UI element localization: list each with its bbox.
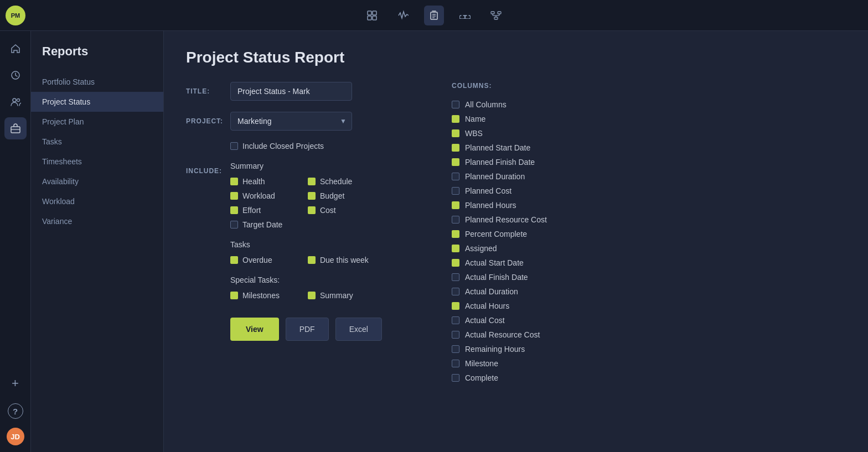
sidebar-item-tasks[interactable]: Tasks xyxy=(31,132,163,152)
wbs-checkbox[interactable] xyxy=(452,129,459,137)
col-remaining-hours: Remaining Hours xyxy=(452,342,841,356)
sidebar-item-availability[interactable]: Availability xyxy=(31,172,163,191)
planned-resource-cost-checkbox[interactable] xyxy=(452,216,459,224)
planned-cost-label: Planned Cost xyxy=(465,186,512,195)
planned-start-checkbox[interactable] xyxy=(452,144,459,152)
svg-rect-9 xyxy=(491,12,494,14)
title-input[interactable] xyxy=(230,82,352,101)
all-columns-checkbox[interactable] xyxy=(452,101,459,108)
actual-resource-cost-checkbox[interactable] xyxy=(452,331,459,339)
actual-cost-checkbox[interactable] xyxy=(452,316,459,324)
assigned-checkbox[interactable] xyxy=(452,245,459,252)
sidebar-item-project-plan[interactable]: Project Plan xyxy=(31,112,163,132)
actual-hours-checkbox[interactable] xyxy=(452,302,459,310)
due-this-week-item: Due this week xyxy=(308,256,369,264)
sidebar-title: Reports xyxy=(31,44,163,72)
sidebar-item-project-status[interactable]: Project Status xyxy=(31,92,163,112)
schedule-checkbox[interactable] xyxy=(308,178,316,185)
view-button[interactable]: View xyxy=(230,318,279,341)
include-closed-checkbox[interactable] xyxy=(230,142,238,150)
sidebar-item-variance[interactable]: Variance xyxy=(31,211,163,231)
workload-checkbox[interactable] xyxy=(230,192,238,200)
project-select[interactable]: Marketing All Projects Development Desig… xyxy=(230,112,352,131)
actual-cost-label: Actual Cost xyxy=(465,316,505,325)
search-zoom-icon[interactable] xyxy=(362,6,382,25)
overdue-checkbox[interactable] xyxy=(230,256,238,264)
waveform-icon[interactable] xyxy=(393,6,413,25)
planned-duration-checkbox[interactable] xyxy=(452,173,459,180)
actual-hours-label: Actual Hours xyxy=(465,302,509,310)
percent-complete-checkbox[interactable] xyxy=(452,230,459,238)
briefcase-nav-icon[interactable] xyxy=(4,117,27,139)
svg-point-18 xyxy=(17,99,19,102)
milestones-checkbox[interactable] xyxy=(230,292,238,299)
remaining-hours-checkbox[interactable] xyxy=(452,345,459,353)
structure-icon[interactable] xyxy=(486,6,506,25)
svg-rect-0 xyxy=(368,11,371,15)
planned-hours-checkbox[interactable] xyxy=(452,201,459,209)
col-planned-duration: Planned Duration xyxy=(452,169,841,184)
people-nav-icon[interactable] xyxy=(4,91,27,113)
col-actual-duration: Actual Duration xyxy=(452,284,841,299)
due-this-week-checkbox[interactable] xyxy=(308,256,316,264)
page-title: Project Status Report xyxy=(186,49,846,66)
budget-checkbox[interactable] xyxy=(308,192,316,200)
target-date-item: Target Date xyxy=(230,220,291,229)
sidebar-item-portfolio[interactable]: Portfolio Status xyxy=(31,72,163,92)
actual-duration-checkbox[interactable] xyxy=(452,288,459,295)
pm-logo[interactable]: PM xyxy=(6,6,25,25)
excel-button[interactable]: Excel xyxy=(335,318,382,341)
actual-finish-checkbox[interactable] xyxy=(452,273,459,281)
col-planned-start: Planned Start Date xyxy=(452,141,841,155)
columns-scroll-area[interactable]: All Columns Name WBS Planned Start Date xyxy=(452,97,846,385)
tasks-section-label: Tasks xyxy=(230,240,369,249)
planned-start-label: Planned Start Date xyxy=(465,143,530,152)
user-avatar[interactable]: JD xyxy=(7,428,24,445)
col-all-columns: All Columns xyxy=(452,97,841,112)
remaining-hours-label: Remaining Hours xyxy=(465,345,525,354)
summary-section-label: Summary xyxy=(230,162,369,170)
planned-cost-checkbox[interactable] xyxy=(452,187,459,195)
effort-checkbox[interactable] xyxy=(230,206,238,214)
sidebar-item-timesheets[interactable]: Timesheets xyxy=(31,152,163,172)
budget-label: Budget xyxy=(320,191,344,200)
schedule-item: Schedule xyxy=(308,177,369,186)
complete-label: Complete xyxy=(465,373,498,382)
svg-rect-1 xyxy=(373,11,376,15)
planned-finish-checkbox[interactable] xyxy=(452,158,459,166)
actual-start-checkbox[interactable] xyxy=(452,259,459,267)
add-project-icon[interactable]: + xyxy=(4,372,27,394)
col-name: Name xyxy=(452,112,841,126)
col-actual-hours: Actual Hours xyxy=(452,299,841,313)
due-this-week-label: Due this week xyxy=(320,256,369,264)
sidebar-item-workload[interactable]: Workload xyxy=(31,191,163,211)
percent-complete-label: Percent Complete xyxy=(465,230,527,238)
clock-nav-icon[interactable] xyxy=(4,64,27,86)
col-actual-start: Actual Start Date xyxy=(452,256,841,270)
home-nav-icon[interactable] xyxy=(4,38,27,60)
help-icon[interactable]: ? xyxy=(8,403,23,419)
actual-duration-label: Actual Duration xyxy=(465,287,518,296)
actual-finish-label: Actual Finish Date xyxy=(465,273,528,282)
col-actual-cost: Actual Cost xyxy=(452,313,841,328)
milestone-checkbox[interactable] xyxy=(452,360,459,367)
summary-special-checkbox[interactable] xyxy=(308,292,316,299)
target-date-checkbox[interactable] xyxy=(230,221,238,228)
cost-checkbox[interactable] xyxy=(308,206,316,214)
col-planned-resource-cost: Planned Resource Cost xyxy=(452,212,841,227)
pdf-button[interactable]: PDF xyxy=(286,318,329,341)
svg-rect-10 xyxy=(498,12,501,14)
clipboard-icon[interactable] xyxy=(424,6,444,25)
workload-label: Workload xyxy=(242,191,275,200)
wbs-label: WBS xyxy=(465,129,483,138)
complete-checkbox[interactable] xyxy=(452,374,459,382)
name-checkbox[interactable] xyxy=(452,115,459,123)
link-icon[interactable] xyxy=(455,6,475,25)
health-checkbox[interactable] xyxy=(230,178,238,185)
cost-item: Cost xyxy=(308,206,369,215)
col-percent-complete: Percent Complete xyxy=(452,227,841,241)
svg-rect-2 xyxy=(368,16,371,20)
overdue-item: Overdue xyxy=(230,256,291,264)
planned-hours-label: Planned Hours xyxy=(465,201,516,210)
include-label: INCLUDE: xyxy=(186,162,230,300)
